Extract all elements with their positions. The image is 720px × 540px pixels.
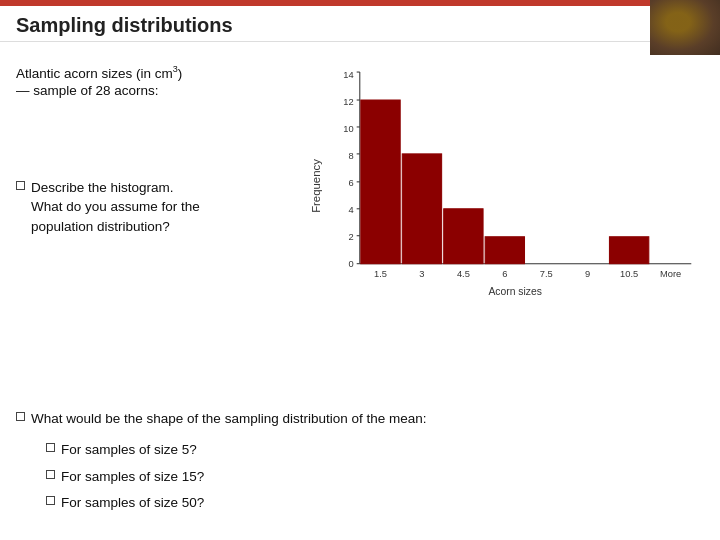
sub-bullet-1: For samples of size 5?	[46, 440, 704, 460]
bullet-square-2-icon	[16, 412, 25, 421]
svg-text:4: 4	[348, 205, 353, 215]
svg-text:10: 10	[343, 124, 353, 134]
sample-info: — sample of 28 acorns:	[16, 83, 294, 98]
svg-text:7.5: 7.5	[540, 269, 553, 279]
svg-text:9: 9	[585, 269, 590, 279]
sub-bullet-1-text: For samples of size 5?	[61, 440, 197, 460]
bullet-what: What would be the shape of the sampling …	[16, 409, 704, 429]
svg-text:6: 6	[348, 178, 353, 188]
thumbnail-inner	[650, 0, 720, 55]
chart-container: Frequency 0 2 4 6 8 10 12 14	[300, 56, 720, 316]
bottom-section: What would be the shape of the sampling …	[0, 409, 720, 520]
acorn-subtitle: Atlantic acorn sizes (in cm3)	[16, 64, 294, 81]
svg-text:10.5: 10.5	[620, 269, 638, 279]
page-title: Sampling distributions	[16, 14, 233, 36]
svg-text:0: 0	[348, 259, 353, 269]
svg-text:4.5: 4.5	[457, 269, 470, 279]
svg-text:3: 3	[419, 269, 424, 279]
sub-bullet-square-3-icon	[46, 496, 55, 505]
svg-text:1.5: 1.5	[374, 269, 387, 279]
histogram-svg: Frequency 0 2 4 6 8 10 12 14	[308, 60, 712, 312]
bar-1	[361, 100, 400, 264]
thumbnail-image	[650, 0, 720, 55]
y-axis-label: Frequency	[310, 159, 322, 213]
bar-3	[444, 209, 483, 264]
sub-bullet-2: For samples of size 15?	[46, 467, 704, 487]
bullet-describe: Describe the histogram. What do you assu…	[16, 178, 294, 237]
sub-bullet-3-text: For samples of size 50?	[61, 493, 204, 513]
bar-2	[402, 154, 441, 264]
svg-text:12: 12	[343, 97, 353, 107]
sub-bullet-2-text: For samples of size 15?	[61, 467, 204, 487]
svg-text:14: 14	[343, 70, 353, 80]
bullet-what-text: What would be the shape of the sampling …	[31, 409, 427, 429]
bullet-describe-text: Describe the histogram. What do you assu…	[31, 178, 200, 237]
sub-bullet-3: For samples of size 50?	[46, 493, 704, 513]
bar-4	[485, 237, 524, 264]
sub-bullet-square-1-icon	[46, 443, 55, 452]
bullet-square-icon	[16, 181, 25, 190]
svg-text:More: More	[660, 269, 681, 279]
svg-text:8: 8	[348, 151, 353, 161]
sub-bullet-square-2-icon	[46, 470, 55, 479]
svg-text:6: 6	[502, 269, 507, 279]
svg-text:Acorn sizes: Acorn sizes	[488, 286, 541, 297]
title-section: Sampling distributions	[0, 6, 720, 42]
histogram-chart: Frequency 0 2 4 6 8 10 12 14	[308, 60, 712, 312]
bar-7	[609, 237, 648, 264]
svg-text:2: 2	[348, 232, 353, 242]
